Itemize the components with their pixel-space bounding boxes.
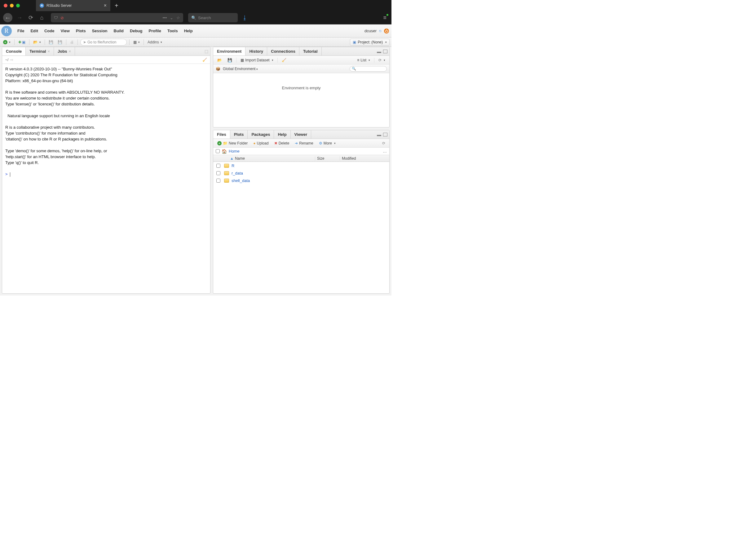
window-close[interactable] xyxy=(4,4,7,7)
col-size[interactable]: Size xyxy=(315,156,340,161)
tab-history[interactable]: History xyxy=(246,47,267,55)
tab-environment[interactable]: Environment xyxy=(213,47,246,55)
goto-file-input[interactable]: ➤ Go to file/function xyxy=(80,39,127,46)
row-checkbox[interactable] xyxy=(216,179,220,183)
menu-debug[interactable]: Debug xyxy=(127,27,145,35)
row-checkbox[interactable] xyxy=(216,164,220,168)
delete-button[interactable]: ✖ Delete xyxy=(273,141,291,146)
file-link[interactable]: R xyxy=(231,163,234,168)
project-button[interactable]: ▣ Project: (None) xyxy=(350,39,389,46)
menu-file[interactable]: File xyxy=(14,27,27,35)
tab-close-icon[interactable]: × xyxy=(104,3,107,8)
menu-code[interactable]: Code xyxy=(41,27,58,35)
minimize-pane-icon[interactable] xyxy=(377,135,381,136)
tab-console[interactable]: Console xyxy=(2,47,26,55)
col-modified[interactable]: Modified xyxy=(340,156,389,161)
refresh-files-button[interactable]: ⟳ xyxy=(381,141,387,146)
shield-icon[interactable]: 🛡 xyxy=(54,15,58,20)
env-search-input[interactable]: 🔍 xyxy=(350,66,387,71)
new-tab-button[interactable]: + xyxy=(110,2,123,9)
browser-search[interactable]: 🔍 Search xyxy=(188,13,238,22)
new-file-button[interactable]: + xyxy=(2,39,12,46)
open-file-button[interactable]: 📂 xyxy=(32,39,42,46)
print-button[interactable]: 🖨 xyxy=(69,39,75,46)
new-project-button[interactable]: ✚▣ xyxy=(17,39,26,46)
forward-button[interactable]: → xyxy=(15,14,23,22)
search-placeholder: Search xyxy=(198,15,211,20)
reload-button[interactable]: ⟳ xyxy=(26,14,35,22)
grid-button[interactable]: ▦ xyxy=(132,39,141,46)
path-more-button[interactable]: … xyxy=(383,149,387,153)
tracking-icon[interactable]: ⊘ xyxy=(60,15,64,20)
bookmark-star-icon[interactable]: ☆ xyxy=(176,15,180,20)
breadcrumb-home[interactable]: Home xyxy=(229,149,240,153)
power-icon[interactable]: ⏻ xyxy=(384,29,389,34)
menu-view[interactable]: View xyxy=(57,27,72,35)
menu-build[interactable]: Build xyxy=(111,27,127,35)
maximize-pane-icon[interactable] xyxy=(383,133,387,137)
home-button[interactable]: ⌂ xyxy=(38,14,46,22)
tab-files[interactable]: Files xyxy=(213,130,230,139)
sort-arrow-icon[interactable]: ▲ xyxy=(230,156,234,161)
more-button[interactable]: ⚙ More xyxy=(317,141,337,146)
maximize-pane-icon[interactable] xyxy=(383,50,387,53)
minimize-pane-icon[interactable] xyxy=(377,52,381,53)
file-link[interactable]: r_data xyxy=(231,171,243,175)
menu-edit[interactable]: Edit xyxy=(27,27,41,35)
rstudio-favicon: R xyxy=(40,3,44,8)
clear-console-icon[interactable]: 🧹 xyxy=(202,58,207,62)
ellipsis-icon[interactable]: ••• xyxy=(163,15,167,20)
pocket-icon[interactable]: ⌄ xyxy=(170,15,173,20)
url-bar[interactable]: 🛡 ⊘ ••• ⌄ ☆ xyxy=(51,13,183,22)
row-checkbox[interactable] xyxy=(216,171,220,175)
menu-tools[interactable]: Tools xyxy=(164,27,181,35)
save-all-button[interactable]: 💾 xyxy=(56,39,63,46)
file-row: R xyxy=(213,162,389,169)
browser-tab[interactable]: R RStudio Server × xyxy=(36,0,110,11)
menu-plots[interactable]: Plots xyxy=(73,27,89,35)
browser-navbar: ← → ⟳ ⌂ 🛡 ⊘ ••• ⌄ ☆ 🔍 Search ⭳ ≡ xyxy=(0,11,391,24)
downloads-icon[interactable]: ⭳ xyxy=(241,14,249,22)
signout-icon[interactable]: ⎋ xyxy=(379,29,381,33)
menu-help[interactable]: Help xyxy=(181,27,196,35)
save-button[interactable]: 💾 xyxy=(47,39,55,46)
window-minimize[interactable] xyxy=(10,4,14,7)
menu-profile[interactable]: Profile xyxy=(145,27,164,35)
file-row: r_data xyxy=(213,169,389,177)
project-icon: ▣ xyxy=(353,40,356,44)
back-button[interactable]: ← xyxy=(3,13,12,22)
col-name[interactable]: Name xyxy=(235,156,245,161)
import-dataset-button[interactable]: ▦ Import Dataset xyxy=(239,57,275,63)
env-toolbar: 📂 💾 ▦ Import Dataset 🧹 ≡ List ⟳ xyxy=(213,56,389,64)
env-scope-button[interactable]: Global Environment xyxy=(223,67,258,71)
refresh-env-button[interactable]: ⟳ xyxy=(377,57,387,63)
goto-dir-icon[interactable]: ⇨ xyxy=(10,58,13,62)
clear-env-button[interactable]: 🧹 xyxy=(280,57,288,63)
file-link[interactable]: shell_data xyxy=(231,178,250,183)
console-output[interactable]: R version 4.0.3 (2020-10-10) -- "Bunny-W… xyxy=(2,64,210,293)
hamburger-icon[interactable]: ≡ xyxy=(381,14,389,21)
project-label: Project: (None) xyxy=(358,40,383,44)
rename-button[interactable]: ➜ Rename xyxy=(293,141,315,146)
upload-button[interactable]: ● Upload xyxy=(252,141,270,146)
tab-packages[interactable]: Packages xyxy=(248,130,274,139)
tab-tutorial[interactable]: Tutorial xyxy=(300,47,322,55)
new-folder-button[interactable]: +📁 New Folder xyxy=(216,141,249,146)
select-all-checkbox[interactable] xyxy=(216,149,220,153)
tab-connections[interactable]: Connections xyxy=(267,47,300,55)
folder-icon xyxy=(224,164,229,168)
menu-session[interactable]: Session xyxy=(89,27,111,35)
home-icon[interactable]: 🏠 xyxy=(222,149,227,154)
tab-plots[interactable]: Plots xyxy=(230,130,248,139)
addins-button[interactable]: Addins xyxy=(146,39,163,46)
env-empty-msg: Environment is empty xyxy=(213,73,389,127)
tab-help[interactable]: Help xyxy=(274,130,290,139)
load-workspace-button[interactable]: 📂 xyxy=(216,57,223,63)
list-view-button[interactable]: ≡ List xyxy=(356,57,372,63)
tab-jobs[interactable]: Jobs× xyxy=(54,47,75,55)
tab-terminal[interactable]: Terminal× xyxy=(26,47,54,55)
save-workspace-button[interactable]: 💾 xyxy=(226,57,234,63)
tab-viewer[interactable]: Viewer xyxy=(291,130,312,139)
maximize-pane-icon[interactable]: ⬚ xyxy=(205,49,208,54)
window-maximize[interactable] xyxy=(16,4,20,7)
